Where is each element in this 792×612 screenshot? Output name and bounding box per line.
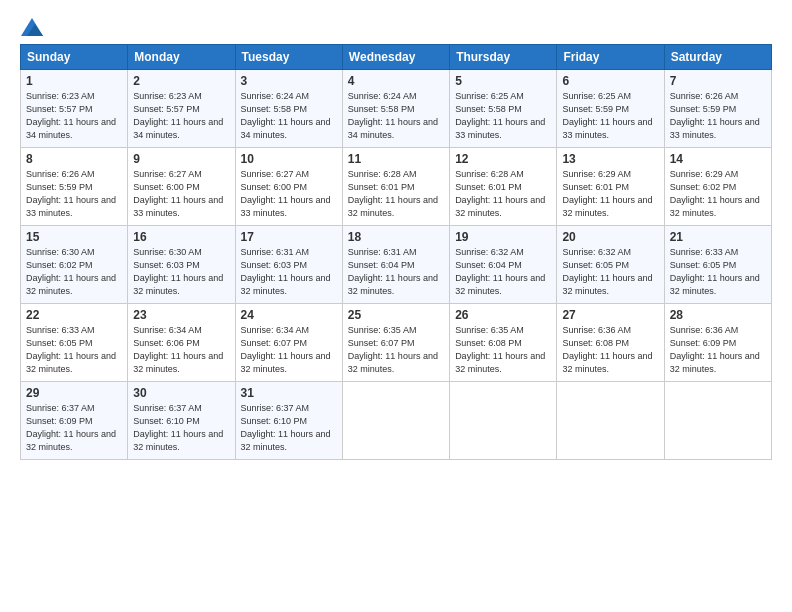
day-number: 9 xyxy=(133,152,229,166)
day-info: Sunrise: 6:36 AMSunset: 6:08 PMDaylight:… xyxy=(562,325,652,374)
day-info: Sunrise: 6:26 AMSunset: 5:59 PMDaylight:… xyxy=(670,91,760,140)
day-number: 21 xyxy=(670,230,766,244)
weekday-header-wednesday: Wednesday xyxy=(342,45,449,70)
day-info: Sunrise: 6:23 AMSunset: 5:57 PMDaylight:… xyxy=(133,91,223,140)
calendar-cell: 4Sunrise: 6:24 AMSunset: 5:58 PMDaylight… xyxy=(342,70,449,148)
day-info: Sunrise: 6:24 AMSunset: 5:58 PMDaylight:… xyxy=(348,91,438,140)
calendar-cell: 29Sunrise: 6:37 AMSunset: 6:09 PMDayligh… xyxy=(21,382,128,460)
logo xyxy=(20,18,44,36)
day-info: Sunrise: 6:25 AMSunset: 5:58 PMDaylight:… xyxy=(455,91,545,140)
day-info: Sunrise: 6:26 AMSunset: 5:59 PMDaylight:… xyxy=(26,169,116,218)
calendar-cell: 11Sunrise: 6:28 AMSunset: 6:01 PMDayligh… xyxy=(342,148,449,226)
day-number: 15 xyxy=(26,230,122,244)
logo-icon xyxy=(21,18,43,36)
day-info: Sunrise: 6:37 AMSunset: 6:09 PMDaylight:… xyxy=(26,403,116,452)
day-info: Sunrise: 6:35 AMSunset: 6:08 PMDaylight:… xyxy=(455,325,545,374)
calendar-cell: 28Sunrise: 6:36 AMSunset: 6:09 PMDayligh… xyxy=(664,304,771,382)
day-number: 30 xyxy=(133,386,229,400)
header xyxy=(20,18,772,36)
day-number: 14 xyxy=(670,152,766,166)
calendar-week-2: 8Sunrise: 6:26 AMSunset: 5:59 PMDaylight… xyxy=(21,148,772,226)
day-info: Sunrise: 6:25 AMSunset: 5:59 PMDaylight:… xyxy=(562,91,652,140)
calendar-cell: 3Sunrise: 6:24 AMSunset: 5:58 PMDaylight… xyxy=(235,70,342,148)
day-number: 31 xyxy=(241,386,337,400)
calendar-cell: 12Sunrise: 6:28 AMSunset: 6:01 PMDayligh… xyxy=(450,148,557,226)
day-info: Sunrise: 6:37 AMSunset: 6:10 PMDaylight:… xyxy=(241,403,331,452)
calendar-week-5: 29Sunrise: 6:37 AMSunset: 6:09 PMDayligh… xyxy=(21,382,772,460)
page: SundayMondayTuesdayWednesdayThursdayFrid… xyxy=(0,0,792,612)
day-number: 10 xyxy=(241,152,337,166)
day-info: Sunrise: 6:33 AMSunset: 6:05 PMDaylight:… xyxy=(670,247,760,296)
weekday-header-sunday: Sunday xyxy=(21,45,128,70)
calendar-week-3: 15Sunrise: 6:30 AMSunset: 6:02 PMDayligh… xyxy=(21,226,772,304)
day-info: Sunrise: 6:23 AMSunset: 5:57 PMDaylight:… xyxy=(26,91,116,140)
day-info: Sunrise: 6:24 AMSunset: 5:58 PMDaylight:… xyxy=(241,91,331,140)
calendar-body: 1Sunrise: 6:23 AMSunset: 5:57 PMDaylight… xyxy=(21,70,772,460)
calendar-cell: 25Sunrise: 6:35 AMSunset: 6:07 PMDayligh… xyxy=(342,304,449,382)
day-info: Sunrise: 6:36 AMSunset: 6:09 PMDaylight:… xyxy=(670,325,760,374)
weekday-header-thursday: Thursday xyxy=(450,45,557,70)
calendar-cell: 2Sunrise: 6:23 AMSunset: 5:57 PMDaylight… xyxy=(128,70,235,148)
day-number: 26 xyxy=(455,308,551,322)
calendar-cell: 23Sunrise: 6:34 AMSunset: 6:06 PMDayligh… xyxy=(128,304,235,382)
day-number: 4 xyxy=(348,74,444,88)
day-info: Sunrise: 6:32 AMSunset: 6:05 PMDaylight:… xyxy=(562,247,652,296)
day-info: Sunrise: 6:30 AMSunset: 6:02 PMDaylight:… xyxy=(26,247,116,296)
day-info: Sunrise: 6:35 AMSunset: 6:07 PMDaylight:… xyxy=(348,325,438,374)
weekday-header-friday: Friday xyxy=(557,45,664,70)
day-number: 28 xyxy=(670,308,766,322)
day-number: 2 xyxy=(133,74,229,88)
day-number: 22 xyxy=(26,308,122,322)
calendar-cell: 24Sunrise: 6:34 AMSunset: 6:07 PMDayligh… xyxy=(235,304,342,382)
calendar-cell: 20Sunrise: 6:32 AMSunset: 6:05 PMDayligh… xyxy=(557,226,664,304)
weekday-header-saturday: Saturday xyxy=(664,45,771,70)
weekday-header-row: SundayMondayTuesdayWednesdayThursdayFrid… xyxy=(21,45,772,70)
calendar-cell: 27Sunrise: 6:36 AMSunset: 6:08 PMDayligh… xyxy=(557,304,664,382)
calendar-cell: 17Sunrise: 6:31 AMSunset: 6:03 PMDayligh… xyxy=(235,226,342,304)
calendar-cell: 31Sunrise: 6:37 AMSunset: 6:10 PMDayligh… xyxy=(235,382,342,460)
day-info: Sunrise: 6:31 AMSunset: 6:03 PMDaylight:… xyxy=(241,247,331,296)
calendar-header: SundayMondayTuesdayWednesdayThursdayFrid… xyxy=(21,45,772,70)
calendar-cell xyxy=(557,382,664,460)
day-info: Sunrise: 6:32 AMSunset: 6:04 PMDaylight:… xyxy=(455,247,545,296)
day-number: 25 xyxy=(348,308,444,322)
calendar-cell xyxy=(664,382,771,460)
calendar-cell: 5Sunrise: 6:25 AMSunset: 5:58 PMDaylight… xyxy=(450,70,557,148)
calendar-cell: 13Sunrise: 6:29 AMSunset: 6:01 PMDayligh… xyxy=(557,148,664,226)
day-info: Sunrise: 6:29 AMSunset: 6:02 PMDaylight:… xyxy=(670,169,760,218)
calendar-cell xyxy=(450,382,557,460)
calendar-cell: 15Sunrise: 6:30 AMSunset: 6:02 PMDayligh… xyxy=(21,226,128,304)
calendar-week-4: 22Sunrise: 6:33 AMSunset: 6:05 PMDayligh… xyxy=(21,304,772,382)
day-info: Sunrise: 6:27 AMSunset: 6:00 PMDaylight:… xyxy=(241,169,331,218)
day-info: Sunrise: 6:30 AMSunset: 6:03 PMDaylight:… xyxy=(133,247,223,296)
calendar-cell: 30Sunrise: 6:37 AMSunset: 6:10 PMDayligh… xyxy=(128,382,235,460)
calendar-cell: 7Sunrise: 6:26 AMSunset: 5:59 PMDaylight… xyxy=(664,70,771,148)
calendar-cell: 9Sunrise: 6:27 AMSunset: 6:00 PMDaylight… xyxy=(128,148,235,226)
calendar-cell: 21Sunrise: 6:33 AMSunset: 6:05 PMDayligh… xyxy=(664,226,771,304)
calendar-cell: 1Sunrise: 6:23 AMSunset: 5:57 PMDaylight… xyxy=(21,70,128,148)
day-number: 17 xyxy=(241,230,337,244)
day-number: 20 xyxy=(562,230,658,244)
day-number: 7 xyxy=(670,74,766,88)
day-number: 12 xyxy=(455,152,551,166)
weekday-header-monday: Monday xyxy=(128,45,235,70)
day-number: 1 xyxy=(26,74,122,88)
calendar-cell: 6Sunrise: 6:25 AMSunset: 5:59 PMDaylight… xyxy=(557,70,664,148)
calendar-cell: 26Sunrise: 6:35 AMSunset: 6:08 PMDayligh… xyxy=(450,304,557,382)
day-info: Sunrise: 6:29 AMSunset: 6:01 PMDaylight:… xyxy=(562,169,652,218)
calendar-cell: 8Sunrise: 6:26 AMSunset: 5:59 PMDaylight… xyxy=(21,148,128,226)
day-info: Sunrise: 6:33 AMSunset: 6:05 PMDaylight:… xyxy=(26,325,116,374)
day-number: 19 xyxy=(455,230,551,244)
day-number: 27 xyxy=(562,308,658,322)
calendar-week-1: 1Sunrise: 6:23 AMSunset: 5:57 PMDaylight… xyxy=(21,70,772,148)
calendar-cell: 22Sunrise: 6:33 AMSunset: 6:05 PMDayligh… xyxy=(21,304,128,382)
day-number: 11 xyxy=(348,152,444,166)
day-info: Sunrise: 6:34 AMSunset: 6:07 PMDaylight:… xyxy=(241,325,331,374)
calendar-cell: 18Sunrise: 6:31 AMSunset: 6:04 PMDayligh… xyxy=(342,226,449,304)
day-number: 23 xyxy=(133,308,229,322)
calendar-table: SundayMondayTuesdayWednesdayThursdayFrid… xyxy=(20,44,772,460)
day-info: Sunrise: 6:34 AMSunset: 6:06 PMDaylight:… xyxy=(133,325,223,374)
day-number: 8 xyxy=(26,152,122,166)
day-info: Sunrise: 6:28 AMSunset: 6:01 PMDaylight:… xyxy=(455,169,545,218)
day-number: 16 xyxy=(133,230,229,244)
